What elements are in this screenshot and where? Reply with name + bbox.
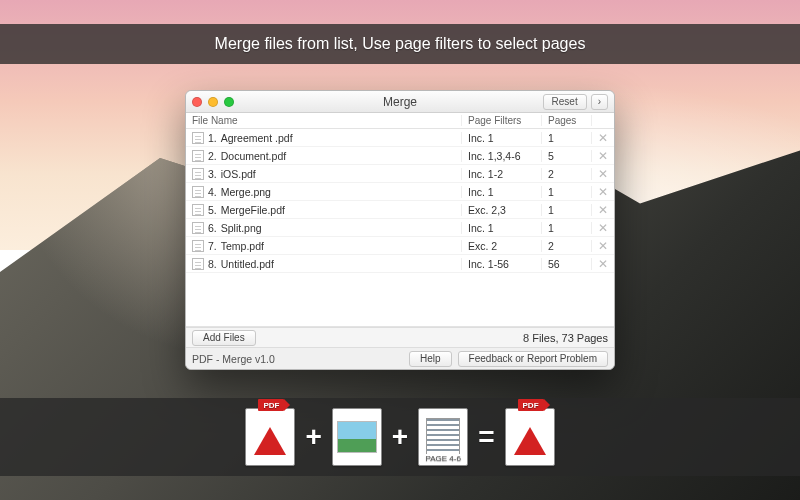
document-icon [192, 222, 204, 234]
table-row[interactable]: 2. Document.pdfInc. 1,3,4-65✕ [186, 147, 614, 165]
row-page-filter[interactable]: Inc. 1 [462, 222, 542, 234]
hero-banner-text: Merge files from list, Use page filters … [215, 35, 586, 53]
row-filename: MergeFile.pdf [221, 204, 285, 216]
hero-banner: Merge files from list, Use page filters … [0, 24, 800, 64]
table-row[interactable]: 4. Merge.pngInc. 11✕ [186, 183, 614, 201]
feedback-button[interactable]: Feedback or Report Problem [458, 351, 608, 367]
row-filename: iOS.pdf [221, 168, 256, 180]
row-page-filter[interactable]: Exc. 2,3 [462, 204, 542, 216]
pdf-output-icon: PDF [505, 408, 555, 466]
row-index: 3. [208, 168, 217, 180]
row-index: 4. [208, 186, 217, 198]
plus-icon: + [305, 421, 321, 453]
document-icon [192, 186, 204, 198]
row-page-filter[interactable]: Inc. 1-2 [462, 168, 542, 180]
row-filename: Agreement .pdf [221, 132, 293, 144]
help-button[interactable]: Help [409, 351, 452, 367]
row-page-count: 5 [542, 150, 592, 162]
table-row[interactable]: 7. Temp.pdfExc. 22✕ [186, 237, 614, 255]
row-index: 2. [208, 150, 217, 162]
row-filename: Temp.pdf [221, 240, 264, 252]
row-page-count: 2 [542, 168, 592, 180]
remove-row-button[interactable]: ✕ [592, 221, 614, 235]
table-row[interactable]: 3. iOS.pdfInc. 1-22✕ [186, 165, 614, 183]
col-header-filter[interactable]: Page Filters [462, 115, 542, 126]
row-filename: Document.pdf [221, 150, 286, 162]
file-list-empty-area [186, 273, 614, 327]
row-index: 1. [208, 132, 217, 144]
equals-icon: = [478, 421, 494, 453]
page-range-icon: PAGE 4-6 [418, 408, 468, 466]
table-header: File Name Page Filters Pages [186, 113, 614, 129]
pdf-tab-icon: PDF [518, 399, 544, 411]
row-index: 8. [208, 258, 217, 270]
row-page-count: 1 [542, 132, 592, 144]
footer-actions: Add Files 8 Files, 73 Pages [186, 327, 614, 347]
document-icon [192, 150, 204, 162]
chevron-right-icon: › [598, 96, 601, 107]
status-summary: 8 Files, 73 Pages [523, 332, 608, 344]
minimize-icon[interactable] [208, 97, 218, 107]
col-header-pages[interactable]: Pages [542, 115, 592, 126]
app-version: PDF - Merge v1.0 [192, 353, 275, 365]
remove-row-button[interactable]: ✕ [592, 185, 614, 199]
zoom-icon[interactable] [224, 97, 234, 107]
next-button[interactable]: › [591, 94, 608, 110]
row-page-count: 1 [542, 222, 592, 234]
image-input-icon [332, 408, 382, 466]
document-icon [192, 240, 204, 252]
remove-row-button[interactable]: ✕ [592, 203, 614, 217]
table-row[interactable]: 6. Split.pngInc. 11✕ [186, 219, 614, 237]
row-page-count: 1 [542, 186, 592, 198]
remove-row-button[interactable]: ✕ [592, 257, 614, 271]
document-icon [192, 204, 204, 216]
remove-row-button[interactable]: ✕ [592, 149, 614, 163]
remove-row-button[interactable]: ✕ [592, 131, 614, 145]
table-row[interactable]: 5. MergeFile.pdfExc. 2,31✕ [186, 201, 614, 219]
document-icon [192, 132, 204, 144]
table-row[interactable]: 8. Untitled.pdfInc. 1-5656✕ [186, 255, 614, 273]
row-index: 6. [208, 222, 217, 234]
merge-window: Merge Reset › File Name Page Filters Pag… [185, 90, 615, 370]
col-header-name[interactable]: File Name [186, 115, 462, 126]
row-filename: Split.png [221, 222, 262, 234]
equation-banner: PDF + + PAGE 4-6 = PDF [0, 398, 800, 476]
row-page-filter[interactable]: Exc. 2 [462, 240, 542, 252]
remove-row-button[interactable]: ✕ [592, 239, 614, 253]
row-page-count: 1 [542, 204, 592, 216]
file-list: 1. Agreement .pdfInc. 11✕2. Document.pdf… [186, 129, 614, 273]
remove-row-button[interactable]: ✕ [592, 167, 614, 181]
row-page-filter[interactable]: Inc. 1 [462, 186, 542, 198]
row-filename: Merge.png [221, 186, 271, 198]
traffic-lights [192, 97, 234, 107]
row-filename: Untitled.pdf [221, 258, 274, 270]
table-row[interactable]: 1. Agreement .pdfInc. 11✕ [186, 129, 614, 147]
close-icon[interactable] [192, 97, 202, 107]
add-files-button[interactable]: Add Files [192, 330, 256, 346]
pdf-input-icon: PDF [245, 408, 295, 466]
merge-equation: PDF + + PAGE 4-6 = PDF [245, 408, 554, 466]
document-icon [192, 258, 204, 270]
row-page-filter[interactable]: Inc. 1,3,4-6 [462, 150, 542, 162]
pdf-tab-icon: PDF [258, 399, 284, 411]
reset-button[interactable]: Reset [543, 94, 587, 110]
row-index: 5. [208, 204, 217, 216]
titlebar: Merge Reset › [186, 91, 614, 113]
row-page-filter[interactable]: Inc. 1 [462, 132, 542, 144]
plus-icon: + [392, 421, 408, 453]
row-index: 7. [208, 240, 217, 252]
row-page-count: 56 [542, 258, 592, 270]
row-page-filter[interactable]: Inc. 1-56 [462, 258, 542, 270]
document-icon [192, 168, 204, 180]
page-range-label: PAGE 4-6 [419, 454, 467, 463]
row-page-count: 2 [542, 240, 592, 252]
footer-meta: PDF - Merge v1.0 Help Feedback or Report… [186, 347, 614, 369]
